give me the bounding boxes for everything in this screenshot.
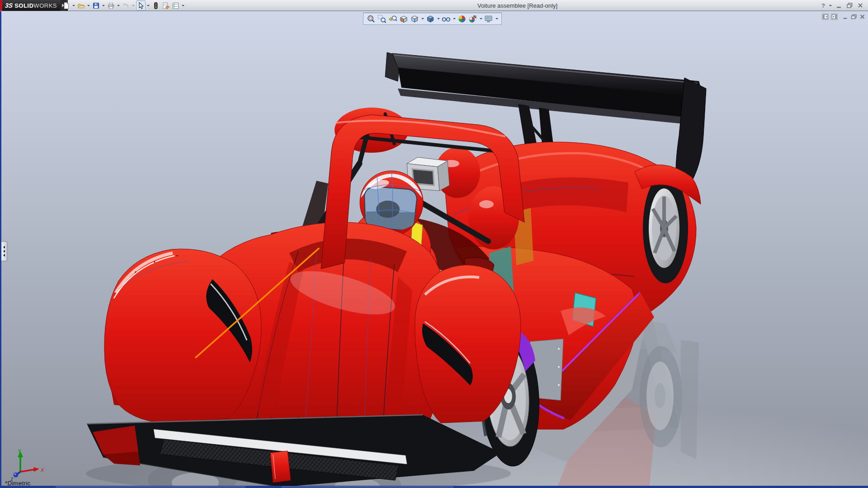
split-pane-right-icon — [832, 14, 837, 19]
rebuild-button[interactable] — [151, 0, 160, 10]
featuremanager-collapsed-tab[interactable] — [1, 241, 7, 261]
solidworks-window: 3S SOLIDWORKS — [0, 0, 868, 488]
options-button[interactable] — [171, 0, 180, 10]
restore-button[interactable] — [846, 2, 853, 9]
section-view-icon — [399, 14, 408, 23]
reference-triad: Y X Z — [9, 448, 45, 482]
logo-brand-light: WORKS — [33, 2, 57, 9]
section-view-button[interactable] — [399, 14, 409, 24]
view-orientation-dropdown[interactable] — [420, 18, 425, 19]
file-properties-button[interactable] — [161, 0, 170, 10]
edit-appearance-button[interactable] — [457, 14, 467, 24]
collapse-arrow-icon — [3, 246, 5, 249]
solidworks-logo: 3S SOLIDWORKS — [0, 0, 68, 11]
previous-view-button[interactable] — [388, 14, 398, 24]
hide-show-items-button[interactable] — [441, 14, 451, 24]
collapse-arrow-icon — [3, 250, 5, 253]
view-settings-monitor-icon — [484, 14, 493, 23]
apply-scene-icon — [468, 14, 477, 23]
window-controls: ? — [821, 1, 863, 10]
open-folder-icon — [77, 2, 85, 9]
new-document-icon — [62, 2, 70, 9]
appearance-ball-icon — [458, 14, 467, 23]
open-dropdown[interactable] — [86, 0, 91, 10]
zoom-to-fit-icon — [367, 14, 376, 23]
save-dropdown[interactable] — [101, 0, 106, 10]
undo-dropdown[interactable] — [131, 0, 136, 10]
print-button[interactable] — [106, 0, 116, 10]
print-icon — [107, 2, 115, 9]
apply-scene-dropdown[interactable] — [479, 18, 483, 19]
document-window-controls — [822, 14, 865, 20]
triad-x-label: X — [40, 467, 44, 473]
undo-icon — [122, 2, 130, 9]
front-left-fender — [104, 249, 261, 423]
new-document-dropdown[interactable] — [71, 0, 76, 10]
view-settings-dropdown[interactable] — [495, 18, 499, 19]
zoom-to-area-icon — [377, 14, 387, 23]
undo-button[interactable] — [121, 0, 131, 10]
window-title: Voiture assemblee [Read-only] — [477, 2, 557, 9]
save-button[interactable] — [91, 0, 101, 10]
display-style-icon — [426, 14, 435, 23]
hide-show-items-dropdown[interactable] — [452, 18, 456, 19]
select-tool-dropdown[interactable] — [146, 0, 151, 10]
rebuild-stoplight-icon — [152, 2, 160, 9]
3d-scene — [0, 11, 868, 488]
eyeglasses-icon — [442, 14, 451, 23]
split-pane-left-button[interactable] — [822, 14, 829, 20]
document-close-button[interactable] — [859, 14, 865, 19]
document-restore-button[interactable] — [851, 14, 857, 19]
select-tool-button[interactable] — [136, 0, 146, 10]
heads-up-view-toolbar — [363, 13, 502, 25]
file-properties-icon — [162, 2, 170, 9]
options-checklist-icon — [172, 2, 179, 9]
minimize-button[interactable] — [836, 2, 842, 9]
standard-toolbar — [61, 0, 185, 11]
open-button[interactable] — [76, 0, 86, 10]
logo-brand-bold: SOLID — [14, 2, 33, 9]
display-style-button[interactable] — [425, 14, 435, 24]
help-button[interactable]: ? — [821, 2, 825, 9]
titlebar: 3S SOLIDWORKS — [0, 0, 868, 11]
view-settings-button[interactable] — [484, 14, 494, 24]
new-document-button[interactable] — [61, 0, 71, 10]
save-floppy-icon — [92, 2, 100, 9]
split-pane-left-icon — [823, 14, 828, 19]
select-cursor-icon — [137, 2, 145, 9]
options-dropdown[interactable] — [181, 0, 185, 10]
view-orientation-button[interactable] — [410, 14, 420, 24]
split-pane-right-button[interactable] — [831, 14, 838, 20]
apply-scene-button[interactable] — [468, 14, 478, 24]
previous-view-icon — [388, 14, 397, 23]
view-orientation-icon — [410, 14, 419, 23]
display-style-dropdown[interactable] — [436, 18, 440, 19]
window-bottom-border — [1, 486, 868, 488]
zoom-to-area-button[interactable] — [377, 14, 387, 24]
print-dropdown[interactable] — [116, 0, 121, 10]
help-dropdown[interactable] — [829, 5, 832, 6]
collapse-arrow-icon — [3, 254, 5, 257]
zoom-to-fit-button[interactable] — [366, 14, 376, 24]
graphics-viewport[interactable]: Y X Z *Dimetric — [0, 11, 868, 488]
close-button[interactable] — [857, 2, 863, 9]
document-minimize-button[interactable] — [843, 14, 849, 19]
logo-mark: 3S — [2, 2, 15, 9]
